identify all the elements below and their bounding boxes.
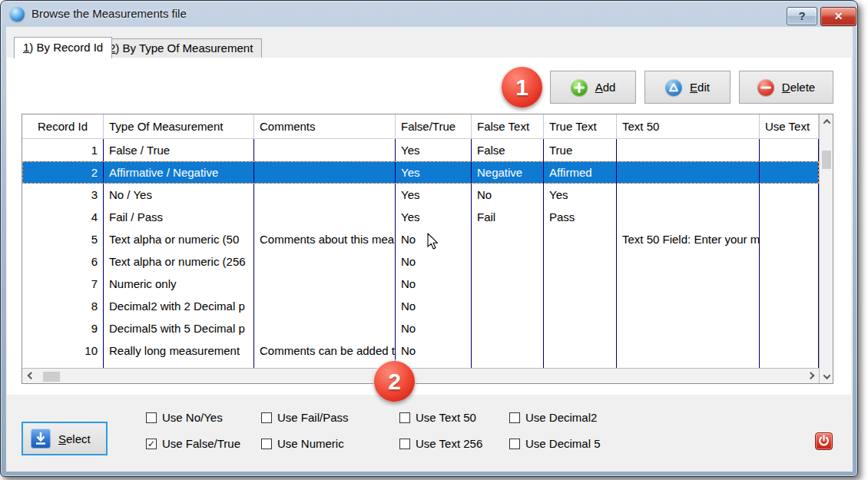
col-header-text-50[interactable]: Text 50 <box>617 114 760 138</box>
cell-record-id: 6 <box>22 250 104 273</box>
cell-true-text <box>544 339 617 362</box>
cell-true-text: True <box>544 139 617 161</box>
add-button[interactable]: Add <box>550 71 636 104</box>
table-row[interactable]: 1False / TrueYesFalseTrue <box>22 139 819 161</box>
cell-false-true: No <box>396 250 472 273</box>
horizontal-scrollbar[interactable] <box>22 368 819 383</box>
title-bar[interactable]: Browse the Measurements file ? ✕ <box>1 1 857 27</box>
cell-false-text <box>472 339 544 362</box>
close-button[interactable]: ✕ <box>820 7 856 26</box>
table-row[interactable]: 4Fail / PassYesFailPass <box>22 206 819 228</box>
cell-text-50: Text 50 Field: Enter your m <box>617 228 760 250</box>
col-header-use-text[interactable]: Use Text <box>760 114 819 138</box>
chevron-right-icon <box>807 372 814 379</box>
table-header-row: Record Id Type Of Measurement Comments F… <box>22 114 819 139</box>
cell-record-id: 4 <box>22 206 104 228</box>
cell-comments: Comments about this mea <box>254 228 396 250</box>
col-header-false-text[interactable]: False Text <box>472 114 544 138</box>
triangle-circle-icon <box>665 79 682 96</box>
table-row[interactable]: 3No / YesYesNoYes <box>22 184 819 206</box>
checkbox-use-decimal-5[interactable]: Use Decimal 5 <box>509 437 601 450</box>
download-arrow-icon <box>31 429 51 449</box>
step-1-badge: 1 <box>502 67 542 108</box>
checkbox-use-false-true[interactable]: ✓Use False/True <box>146 437 240 450</box>
power-close-button[interactable] <box>815 432 833 450</box>
checkbox-use-text-50[interactable]: Use Text 50 <box>399 411 476 424</box>
checkbox-use-numeric[interactable]: Use Numeric <box>261 437 344 450</box>
mouse-cursor <box>427 233 439 253</box>
unchecked-checkbox-icon <box>146 412 157 423</box>
cell-comments <box>254 273 396 295</box>
vertical-scrollbar[interactable] <box>819 114 833 383</box>
unchecked-checkbox-icon <box>261 412 272 423</box>
cell-false-true: Yes <box>396 184 472 206</box>
table-row[interactable]: 6Text alpha or numeric (256No <box>22 250 819 273</box>
cell-true-text: Pass <box>544 206 617 228</box>
filler-cell <box>104 362 254 368</box>
cell-use-text <box>760 295 819 317</box>
cell-false-true: No <box>396 339 472 362</box>
filler-cell <box>472 362 544 368</box>
checkbox-label: Use Text 50 <box>416 411 476 424</box>
horizontal-scroll-thumb[interactable] <box>43 372 60 382</box>
col-header-type-of-measurement[interactable]: Type Of Measurement <box>104 114 254 138</box>
cell-use-text <box>760 161 819 184</box>
table-row[interactable]: 8Decimal2 with 2 Decimal pNo <box>22 295 819 317</box>
col-header-comments[interactable]: Comments <box>254 114 396 138</box>
minus-circle-icon <box>757 79 774 96</box>
scroll-down-button[interactable] <box>820 369 833 383</box>
cell-record-id: 1 <box>22 139 104 161</box>
cell-type-of-measurement: Text alpha or numeric (50 <box>104 228 254 250</box>
delete-button[interactable]: Delete <box>739 71 833 104</box>
table-row[interactable]: 2Affirmative / NegativeYesNegativeAffirm… <box>22 161 819 184</box>
cell-record-id: 8 <box>22 295 104 317</box>
select-button[interactable]: Select <box>22 422 108 455</box>
cell-use-text <box>760 228 819 250</box>
edit-button[interactable]: Edit <box>644 71 731 104</box>
filler-cell <box>254 362 396 368</box>
checkbox-use-fail-pass[interactable]: Use Fail/Pass <box>261 411 349 424</box>
checkbox-use-decimal2[interactable]: Use Decimal2 <box>509 411 597 424</box>
checkbox-use-text-256[interactable]: Use Text 256 <box>399 437 482 450</box>
power-icon <box>816 433 832 449</box>
checkbox-label: Use Text 256 <box>416 437 482 450</box>
unchecked-checkbox-icon <box>399 412 410 423</box>
vertical-scroll-thumb[interactable] <box>822 151 831 169</box>
scroll-up-button[interactable] <box>820 114 833 128</box>
cell-type-of-measurement: Decimal5 with 5 Decimal p <box>104 317 254 339</box>
table-row[interactable]: 7Numeric onlyNo <box>22 273 819 295</box>
col-header-true-text[interactable]: True Text <box>544 114 617 138</box>
help-button[interactable]: ? <box>787 7 817 25</box>
filler-cell <box>544 362 617 368</box>
cell-false-text: False <box>472 139 544 161</box>
cell-text-50 <box>617 295 760 317</box>
cell-use-text <box>760 250 819 273</box>
col-header-record-id[interactable]: Record Id <box>22 114 104 138</box>
col-header-false-true[interactable]: False/True <box>396 114 472 138</box>
table-row[interactable]: 9Decimal5 with 5 Decimal pNo <box>22 317 819 339</box>
checkbox-label: Use Decimal 5 <box>525 437 601 450</box>
tab-by-record-id[interactable]: 1) By Record Id <box>14 37 112 58</box>
delete-button-label: Delete <box>782 81 815 94</box>
checkbox-label: Use Numeric <box>277 437 344 450</box>
cell-comments <box>254 184 396 206</box>
scroll-left-button[interactable] <box>24 369 38 383</box>
cell-record-id: 7 <box>22 273 104 295</box>
checkbox-use-no-yes[interactable]: Use No/Yes <box>146 411 223 424</box>
unchecked-checkbox-icon <box>399 439 410 449</box>
table-row[interactable]: 5Text alpha or numeric (50Comments about… <box>22 228 819 250</box>
cell-use-text <box>760 317 819 339</box>
cell-comments: Comments can be added t <box>254 339 396 362</box>
cell-false-true: No <box>396 273 472 295</box>
table-row[interactable]: 10Really long measurementComments can be… <box>22 339 819 362</box>
cell-text-50 <box>617 161 760 184</box>
cell-use-text <box>760 339 819 362</box>
tab-by-type-of-measurement[interactable]: 2) By Type Of Measurement <box>100 38 262 58</box>
cell-false-text <box>472 295 544 317</box>
table-filler-row <box>22 362 819 368</box>
cell-use-text <box>760 273 819 295</box>
cell-text-50 <box>617 184 760 206</box>
cell-false-text <box>472 228 544 250</box>
step-2-badge: 2 <box>374 361 415 402</box>
scroll-right-button[interactable] <box>803 369 817 383</box>
